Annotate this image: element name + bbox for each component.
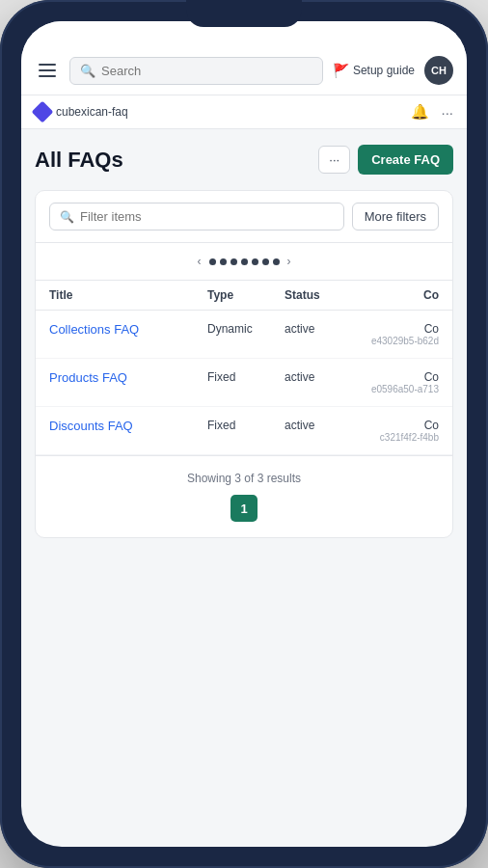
page-content: All FAQs ··· Create FAQ 🔍 More filters xyxy=(21,129,467,847)
hamburger-button[interactable] xyxy=(35,60,60,81)
page-title: All FAQs xyxy=(35,148,123,173)
hamburger-line-3 xyxy=(39,75,56,77)
filter-input-wrap[interactable]: 🔍 xyxy=(49,203,344,231)
hamburger-line-2 xyxy=(39,69,56,71)
next-dot-button[interactable]: › xyxy=(284,253,295,270)
cell-title-3: Discounts FAQ xyxy=(49,419,207,433)
filter-row: 🔍 More filters xyxy=(36,191,452,243)
dot-2 xyxy=(220,258,227,265)
cell-co-value-3: c321f4f2-f4bb xyxy=(362,432,439,443)
cell-title-1: Collections FAQ xyxy=(49,322,207,337)
cell-co-3: Co c321f4f2-f4bb xyxy=(362,419,439,443)
breadcrumb-text[interactable]: cubexican-faq xyxy=(56,105,128,119)
prev-dot-button[interactable]: ‹ xyxy=(194,253,205,270)
cell-co-value-1: e43029b5-b62d xyxy=(362,336,439,346)
bell-icon[interactable]: 🔔 xyxy=(411,103,429,121)
more-options-button[interactable]: ··· xyxy=(318,146,350,174)
setup-guide-link[interactable]: 🚩 Setup guide xyxy=(333,63,415,78)
cell-status-3: active xyxy=(285,419,362,432)
dot-5 xyxy=(252,258,258,265)
cell-co-label-2: Co xyxy=(362,370,439,384)
page-num-1[interactable]: 1 xyxy=(230,495,258,522)
search-input[interactable] xyxy=(101,64,312,78)
dot-7 xyxy=(273,258,280,265)
phone-screen: 🔍 🚩 Setup guide CH cubexican-faq 🔔 ··· xyxy=(21,21,467,847)
col-co: Co xyxy=(362,288,439,302)
col-title: Title xyxy=(49,288,207,302)
avatar[interactable]: CH xyxy=(424,56,453,85)
table-row: Products FAQ Fixed active Co e0596a50-a7… xyxy=(36,359,452,407)
top-nav: 🔍 🚩 Setup guide CH xyxy=(21,21,467,95)
breadcrumb-bar: cubexican-faq 🔔 ··· xyxy=(21,95,467,129)
diamond-icon xyxy=(32,101,54,123)
cell-status-1: active xyxy=(285,322,362,336)
dot-6 xyxy=(262,258,269,265)
phone-frame: 🔍 🚩 Setup guide CH cubexican-faq 🔔 ··· xyxy=(0,0,488,868)
flag-icon: 🚩 xyxy=(333,63,349,78)
cell-status-2: active xyxy=(285,370,362,384)
faq-link-discounts[interactable]: Discounts FAQ xyxy=(49,419,207,433)
cell-co-value-2: e0596a50-a713 xyxy=(362,384,439,394)
dot-3 xyxy=(230,258,237,265)
faq-card: 🔍 More filters ‹ › xyxy=(35,190,453,538)
pagination-dots-row: ‹ › xyxy=(36,243,452,281)
results-text: Showing 3 of 3 results xyxy=(187,472,301,485)
cell-co-label-3: Co xyxy=(362,419,439,432)
header-actions: ··· Create FAQ xyxy=(318,145,453,175)
table-row: Discounts FAQ Fixed active Co c321f4f2-f… xyxy=(36,407,452,455)
filter-search-icon: 🔍 xyxy=(60,210,74,224)
cell-type-2: Fixed xyxy=(207,370,285,384)
phone-notch xyxy=(186,0,302,27)
cell-title-2: Products FAQ xyxy=(49,370,207,385)
cell-co-2: Co e0596a50-a713 xyxy=(362,370,439,394)
dot-1 xyxy=(209,258,216,265)
breadcrumb-right: 🔔 ··· xyxy=(411,103,453,121)
table-footer: Showing 3 of 3 results 1 xyxy=(36,455,452,537)
search-icon: 🔍 xyxy=(80,64,95,78)
col-type: Type xyxy=(207,288,285,302)
page-header: All FAQs ··· Create FAQ xyxy=(35,145,453,175)
create-faq-button[interactable]: Create FAQ xyxy=(358,145,453,175)
table-header: Title Type Status Co xyxy=(36,281,452,311)
cell-co-1: Co e43029b5-b62d xyxy=(362,322,439,346)
hamburger-line-1 xyxy=(39,64,56,66)
faq-link-collections[interactable]: Collections FAQ xyxy=(49,322,207,337)
page-numbers: 1 xyxy=(230,495,258,522)
cell-type-1: Dynamic xyxy=(207,322,285,336)
cell-type-3: Fixed xyxy=(207,419,285,432)
search-bar[interactable]: 🔍 xyxy=(69,57,323,85)
col-status: Status xyxy=(285,288,362,302)
avatar-initials: CH xyxy=(431,65,447,76)
dot-4 xyxy=(241,258,248,265)
more-filters-button[interactable]: More filters xyxy=(352,203,439,231)
breadcrumb-more-icon[interactable]: ··· xyxy=(441,104,453,121)
table-row: Collections FAQ Dynamic active Co e43029… xyxy=(36,311,452,359)
cell-co-label-1: Co xyxy=(362,322,439,336)
faq-link-products[interactable]: Products FAQ xyxy=(49,370,207,385)
setup-guide-label: Setup guide xyxy=(353,64,415,77)
breadcrumb-left: cubexican-faq xyxy=(35,104,128,120)
filter-input[interactable] xyxy=(80,209,334,224)
